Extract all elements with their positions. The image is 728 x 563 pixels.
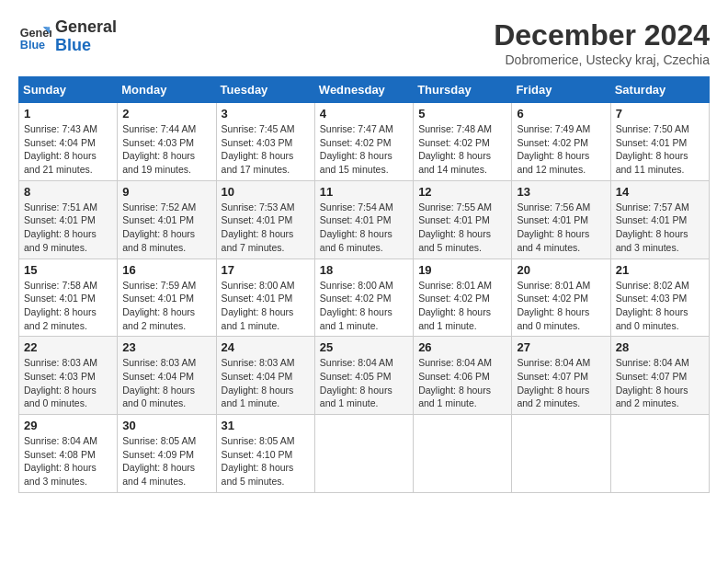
day-number: 27 — [517, 340, 605, 354]
day-info: Sunrise: 8:04 AMSunset: 4:07 PMDaylight:… — [517, 356, 605, 410]
calendar-cell: 16Sunrise: 7:59 AMSunset: 4:01 PMDayligh… — [118, 259, 216, 337]
day-info: Sunrise: 7:52 AMSunset: 4:01 PMDaylight:… — [122, 201, 210, 255]
calendar-cell: 27Sunrise: 8:04 AMSunset: 4:07 PMDayligh… — [512, 337, 610, 415]
calendar-cell: 5Sunrise: 7:48 AMSunset: 4:02 PMDaylight… — [414, 103, 512, 181]
day-info: Sunrise: 8:03 AMSunset: 4:04 PMDaylight:… — [122, 356, 210, 410]
day-info: Sunrise: 7:57 AMSunset: 4:01 PMDaylight:… — [616, 201, 704, 255]
week-row-5: 29Sunrise: 8:04 AMSunset: 4:08 PMDayligh… — [19, 415, 710, 493]
svg-text:Blue: Blue — [20, 38, 45, 51]
calendar-cell: 7Sunrise: 7:50 AMSunset: 4:01 PMDaylight… — [610, 103, 709, 181]
day-number: 19 — [418, 263, 506, 277]
calendar-cell: 1Sunrise: 7:43 AMSunset: 4:04 PMDaylight… — [19, 103, 118, 181]
day-info: Sunrise: 7:47 AMSunset: 4:02 PMDaylight:… — [320, 122, 408, 177]
day-number: 26 — [418, 340, 506, 354]
day-number: 9 — [122, 185, 210, 199]
week-row-4: 22Sunrise: 8:03 AMSunset: 4:03 PMDayligh… — [19, 337, 710, 415]
day-info: Sunrise: 8:05 AMSunset: 4:09 PMDaylight:… — [122, 434, 210, 488]
day-info: Sunrise: 7:54 AMSunset: 4:01 PMDaylight:… — [320, 201, 408, 255]
day-number: 18 — [320, 263, 408, 277]
calendar-body: 1Sunrise: 7:43 AMSunset: 4:04 PMDaylight… — [19, 103, 710, 493]
day-number: 17 — [222, 263, 310, 277]
calendar-cell — [414, 415, 512, 493]
day-info: Sunrise: 7:45 AMSunset: 4:03 PMDaylight:… — [222, 122, 310, 177]
day-info: Sunrise: 8:04 AMSunset: 4:05 PMDaylight:… — [320, 356, 408, 410]
day-info: Sunrise: 7:48 AMSunset: 4:02 PMDaylight:… — [418, 122, 506, 177]
day-number: 22 — [24, 340, 112, 354]
title-block: December 2024 Dobromerice, Ustecky kraj,… — [494, 18, 710, 67]
calendar-cell: 2Sunrise: 7:44 AMSunset: 4:03 PMDaylight… — [118, 103, 216, 181]
weekday-monday: Monday — [118, 77, 216, 103]
calendar-cell: 21Sunrise: 8:02 AMSunset: 4:03 PMDayligh… — [610, 259, 709, 337]
day-info: Sunrise: 7:43 AMSunset: 4:04 PMDaylight:… — [24, 122, 112, 177]
calendar-cell: 31Sunrise: 8:05 AMSunset: 4:10 PMDayligh… — [216, 415, 314, 493]
logo-text-blue: Blue — [55, 37, 117, 55]
weekday-wednesday: Wednesday — [314, 77, 413, 103]
calendar-cell: 26Sunrise: 8:04 AMSunset: 4:06 PMDayligh… — [414, 337, 512, 415]
calendar-cell: 30Sunrise: 8:05 AMSunset: 4:09 PMDayligh… — [118, 415, 216, 493]
calendar-cell — [610, 415, 709, 493]
day-number: 7 — [616, 107, 704, 121]
day-info: Sunrise: 8:04 AMSunset: 4:06 PMDaylight:… — [418, 356, 506, 410]
weekday-sunday: Sunday — [19, 77, 118, 103]
logo-icon: General Blue — [18, 20, 51, 53]
location: Dobromerice, Ustecky kraj, Czechia — [494, 52, 710, 67]
calendar-cell: 23Sunrise: 8:03 AMSunset: 4:04 PMDayligh… — [118, 337, 216, 415]
day-info: Sunrise: 7:50 AMSunset: 4:01 PMDaylight:… — [616, 122, 704, 177]
calendar-cell — [512, 415, 610, 493]
calendar-cell: 11Sunrise: 7:54 AMSunset: 4:01 PMDayligh… — [314, 180, 413, 259]
day-info: Sunrise: 7:58 AMSunset: 4:01 PMDaylight:… — [24, 279, 112, 333]
day-number: 30 — [122, 419, 210, 432]
day-number: 23 — [122, 340, 210, 354]
day-number: 4 — [320, 107, 408, 121]
day-info: Sunrise: 8:03 AMSunset: 4:04 PMDaylight:… — [222, 356, 310, 410]
day-number: 31 — [222, 419, 310, 432]
calendar-cell: 18Sunrise: 8:00 AMSunset: 4:02 PMDayligh… — [314, 259, 413, 337]
week-row-3: 15Sunrise: 7:58 AMSunset: 4:01 PMDayligh… — [19, 259, 710, 337]
weekday-header-row: SundayMondayTuesdayWednesdayThursdayFrid… — [19, 77, 710, 103]
day-info: Sunrise: 8:00 AMSunset: 4:01 PMDaylight:… — [222, 279, 310, 333]
day-number: 6 — [517, 107, 605, 121]
day-info: Sunrise: 7:55 AMSunset: 4:01 PMDaylight:… — [418, 201, 506, 255]
day-number: 2 — [122, 107, 210, 121]
day-number: 12 — [418, 185, 506, 199]
day-number: 8 — [24, 185, 112, 199]
calendar-cell: 15Sunrise: 7:58 AMSunset: 4:01 PMDayligh… — [19, 259, 118, 337]
calendar-cell: 22Sunrise: 8:03 AMSunset: 4:03 PMDayligh… — [19, 337, 118, 415]
calendar-cell: 19Sunrise: 8:01 AMSunset: 4:02 PMDayligh… — [414, 259, 512, 337]
calendar-cell: 14Sunrise: 7:57 AMSunset: 4:01 PMDayligh… — [610, 180, 709, 259]
weekday-tuesday: Tuesday — [216, 77, 314, 103]
day-info: Sunrise: 8:00 AMSunset: 4:02 PMDaylight:… — [320, 279, 408, 333]
day-number: 24 — [222, 340, 310, 354]
day-number: 28 — [616, 340, 704, 354]
calendar-cell: 9Sunrise: 7:52 AMSunset: 4:01 PMDaylight… — [118, 180, 216, 259]
month-title: December 2024 — [494, 18, 710, 52]
day-info: Sunrise: 7:56 AMSunset: 4:01 PMDaylight:… — [517, 201, 605, 255]
day-info: Sunrise: 7:59 AMSunset: 4:01 PMDaylight:… — [122, 279, 210, 333]
day-number: 11 — [320, 185, 408, 199]
calendar-table: SundayMondayTuesdayWednesdayThursdayFrid… — [18, 76, 710, 493]
day-info: Sunrise: 8:01 AMSunset: 4:02 PMDaylight:… — [418, 279, 506, 333]
weekday-friday: Friday — [512, 77, 610, 103]
day-number: 13 — [517, 185, 605, 199]
day-info: Sunrise: 7:51 AMSunset: 4:01 PMDaylight:… — [24, 201, 112, 255]
calendar-cell: 25Sunrise: 8:04 AMSunset: 4:05 PMDayligh… — [314, 337, 413, 415]
calendar-cell: 8Sunrise: 7:51 AMSunset: 4:01 PMDaylight… — [19, 180, 118, 259]
calendar-cell: 13Sunrise: 7:56 AMSunset: 4:01 PMDayligh… — [512, 180, 610, 259]
calendar-cell: 24Sunrise: 8:03 AMSunset: 4:04 PMDayligh… — [216, 337, 314, 415]
day-number: 15 — [24, 263, 112, 277]
day-number: 1 — [24, 107, 112, 121]
day-number: 16 — [122, 263, 210, 277]
day-number: 3 — [222, 107, 310, 121]
day-info: Sunrise: 8:04 AMSunset: 4:07 PMDaylight:… — [616, 356, 704, 410]
logo: General Blue General Blue — [18, 18, 117, 55]
day-number: 29 — [24, 419, 112, 432]
calendar-cell: 6Sunrise: 7:49 AMSunset: 4:02 PMDaylight… — [512, 103, 610, 181]
calendar-cell: 4Sunrise: 7:47 AMSunset: 4:02 PMDaylight… — [314, 103, 413, 181]
week-row-2: 8Sunrise: 7:51 AMSunset: 4:01 PMDaylight… — [19, 180, 710, 259]
day-info: Sunrise: 7:53 AMSunset: 4:01 PMDaylight:… — [222, 201, 310, 255]
week-row-1: 1Sunrise: 7:43 AMSunset: 4:04 PMDaylight… — [19, 103, 710, 181]
calendar-cell: 17Sunrise: 8:00 AMSunset: 4:01 PMDayligh… — [216, 259, 314, 337]
day-info: Sunrise: 7:44 AMSunset: 4:03 PMDaylight:… — [122, 122, 210, 177]
day-info: Sunrise: 8:04 AMSunset: 4:08 PMDaylight:… — [24, 434, 112, 488]
calendar-cell: 29Sunrise: 8:04 AMSunset: 4:08 PMDayligh… — [19, 415, 118, 493]
